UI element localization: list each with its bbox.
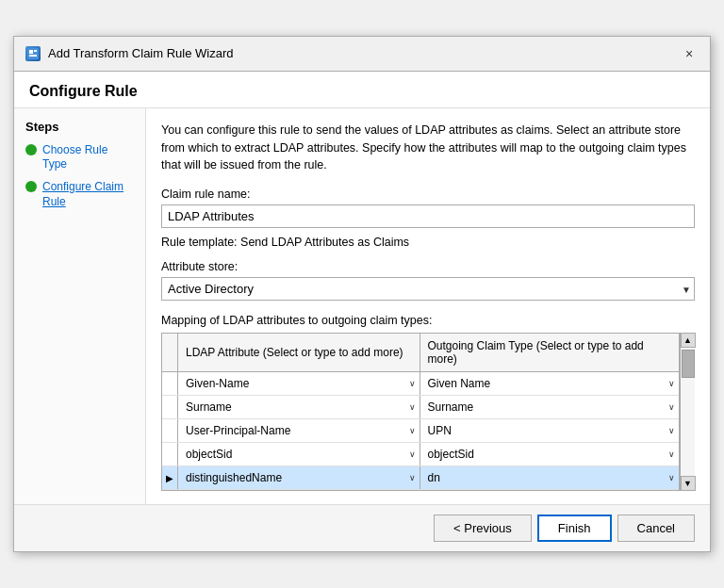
ldap-attribute-cell[interactable]: objectSid∨ bbox=[178, 443, 420, 466]
col-claim-header: Outgoing Claim Type (Select or type to a… bbox=[420, 334, 679, 372]
claim-chevron-icon: ∨ bbox=[668, 473, 675, 482]
claim-chevron-icon: ∨ bbox=[668, 426, 675, 435]
claim-type-select[interactable]: Given Name bbox=[424, 375, 668, 392]
page-title: Configure Rule bbox=[29, 83, 695, 100]
ldap-attribute-cell[interactable]: Surname∨ bbox=[178, 396, 420, 419]
claim-type-cell[interactable]: objectSid∨ bbox=[420, 443, 679, 466]
steps-panel: Steps Choose Rule Type Configure Claim R… bbox=[14, 108, 146, 504]
svg-rect-3 bbox=[29, 55, 37, 57]
dialog-title: Add Transform Claim Rule Wizard bbox=[48, 46, 234, 60]
ldap-attribute-select[interactable]: distinguishedName bbox=[182, 469, 409, 486]
ldap-attribute-cell[interactable]: User-Principal-Name∨ bbox=[178, 419, 420, 443]
row-arrow-cell bbox=[162, 396, 178, 419]
title-bar: Add Transform Claim Rule Wizard × bbox=[14, 37, 710, 72]
description-text: You can configure this rule to send the … bbox=[161, 122, 695, 174]
ldap-attribute-select[interactable]: User-Principal-Name bbox=[182, 422, 409, 439]
claim-type-select[interactable]: Surname bbox=[424, 399, 668, 416]
finish-button[interactable]: Finish bbox=[537, 514, 612, 542]
previous-button[interactable]: < Previous bbox=[434, 514, 532, 542]
app-icon bbox=[25, 46, 41, 61]
claim-rule-name-input[interactable] bbox=[161, 204, 695, 228]
cancel-button[interactable]: Cancel bbox=[617, 514, 695, 542]
ldap-attribute-select[interactable]: Given-Name bbox=[182, 375, 409, 392]
row-arrow-cell: ▶ bbox=[162, 466, 178, 490]
rule-template-text: Rule template: Send LDAP Attributes as C… bbox=[161, 236, 695, 249]
svg-rect-2 bbox=[34, 50, 37, 52]
ldap-chevron-icon: ∨ bbox=[409, 426, 416, 435]
ldap-attribute-select[interactable]: Surname bbox=[182, 399, 409, 416]
claim-type-cell[interactable]: dn∨ bbox=[420, 466, 679, 490]
claim-type-select[interactable]: dn bbox=[424, 469, 668, 486]
ldap-chevron-icon: ∨ bbox=[409, 402, 416, 412]
sidebar-item-choose-rule[interactable]: Choose Rule Type bbox=[25, 143, 134, 172]
claim-type-cell[interactable]: UPN∨ bbox=[420, 419, 679, 443]
footer: < Previous Finish Cancel bbox=[14, 504, 710, 551]
mapping-label: Mapping of LDAP attributes to outgoing c… bbox=[161, 314, 695, 327]
row-arrow-cell bbox=[162, 419, 178, 443]
table-row[interactable]: User-Principal-Name∨UPN∨ bbox=[162, 419, 679, 443]
content-area: Steps Choose Rule Type Configure Claim R… bbox=[14, 108, 710, 504]
claim-type-select[interactable]: UPN bbox=[424, 422, 668, 439]
step-dot-2 bbox=[25, 181, 37, 192]
table-row[interactable]: Surname∨Surname∨ bbox=[162, 396, 679, 419]
scrollbar[interactable]: ▲ ▼ bbox=[680, 333, 695, 491]
row-arrow-cell bbox=[162, 443, 178, 466]
claim-rule-name-label: Claim rule name: bbox=[161, 188, 695, 201]
col-arrow-header bbox=[162, 334, 178, 372]
claim-type-select[interactable]: objectSid bbox=[424, 446, 668, 463]
page-header: Configure Rule bbox=[14, 72, 710, 108]
steps-title: Steps bbox=[25, 120, 134, 134]
table-row[interactable]: objectSid∨objectSid∨ bbox=[162, 443, 679, 466]
ldap-attribute-select[interactable]: objectSid bbox=[182, 446, 409, 463]
claim-chevron-icon: ∨ bbox=[668, 402, 675, 412]
table-row[interactable]: Given-Name∨Given Name∨ bbox=[162, 372, 679, 396]
claim-type-cell[interactable]: Given Name∨ bbox=[420, 372, 679, 396]
close-button[interactable]: × bbox=[680, 44, 699, 63]
step-dot-1 bbox=[25, 144, 37, 155]
ldap-attribute-cell[interactable]: distinguishedName∨ bbox=[178, 466, 420, 490]
claim-chevron-icon: ∨ bbox=[668, 449, 675, 459]
scroll-thumb[interactable] bbox=[682, 350, 695, 378]
scroll-up-arrow[interactable]: ▲ bbox=[681, 333, 696, 348]
sidebar-item-configure-claim[interactable]: Configure Claim Rule bbox=[25, 180, 134, 209]
ldap-chevron-icon: ∨ bbox=[409, 449, 416, 459]
row-arrow-cell bbox=[162, 372, 178, 396]
attribute-store-wrapper: Active Directory ▼ bbox=[161, 277, 695, 301]
claim-chevron-icon: ∨ bbox=[668, 379, 675, 388]
mapping-table: LDAP Attribute (Select or type to add mo… bbox=[162, 334, 679, 490]
svg-rect-1 bbox=[29, 50, 33, 54]
scroll-down-arrow[interactable]: ▼ bbox=[681, 476, 696, 491]
table-row[interactable]: ▶distinguishedName∨dn∨ bbox=[162, 466, 679, 490]
step-label-2: Configure Claim Rule bbox=[42, 180, 134, 209]
col-ldap-header: LDAP Attribute (Select or type to add mo… bbox=[178, 334, 420, 372]
main-panel: You can configure this rule to send the … bbox=[146, 108, 710, 504]
ldap-chevron-icon: ∨ bbox=[409, 379, 416, 388]
step-label-1: Choose Rule Type bbox=[42, 143, 134, 172]
mapping-table-container: LDAP Attribute (Select or type to add mo… bbox=[161, 333, 680, 491]
ldap-attribute-cell[interactable]: Given-Name∨ bbox=[178, 372, 420, 396]
mapping-table-outer: LDAP Attribute (Select or type to add mo… bbox=[161, 333, 695, 491]
ldap-chevron-icon: ∨ bbox=[409, 473, 416, 482]
claim-type-cell[interactable]: Surname∨ bbox=[420, 396, 679, 419]
dialog: Add Transform Claim Rule Wizard × Config… bbox=[13, 36, 711, 552]
attribute-store-label: Attribute store: bbox=[161, 260, 695, 273]
attribute-store-select[interactable]: Active Directory bbox=[161, 277, 695, 301]
